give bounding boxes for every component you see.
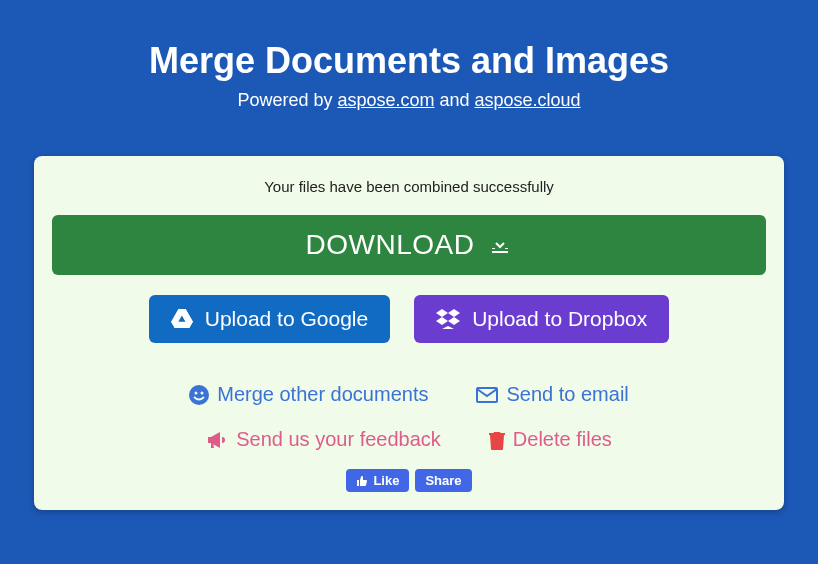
smile-icon — [189, 385, 209, 405]
envelope-icon — [476, 387, 498, 403]
merge-other-label: Merge other documents — [217, 383, 428, 406]
svg-point-1 — [195, 391, 198, 394]
merge-other-link[interactable]: Merge other documents — [189, 383, 428, 406]
google-drive-icon — [171, 309, 193, 329]
download-label: DOWNLOAD — [306, 229, 475, 261]
svg-point-2 — [201, 391, 204, 394]
bullhorn-icon — [206, 430, 228, 450]
links-row-1: Merge other documents Send to email — [52, 383, 766, 406]
links-row-2: Send us your feedback Delete files — [52, 428, 766, 451]
download-icon — [488, 233, 512, 257]
link-aspose-cloud[interactable]: aspose.cloud — [475, 90, 581, 110]
fb-like-button[interactable]: Like — [346, 469, 409, 492]
send-email-link[interactable]: Send to email — [476, 383, 628, 406]
fb-like-label: Like — [373, 473, 399, 488]
upload-dropbox-button[interactable]: Upload to Dropbox — [414, 295, 669, 343]
upload-row: Upload to Google Upload to Dropbox — [52, 295, 766, 343]
feedback-label: Send us your feedback — [236, 428, 441, 451]
svg-point-0 — [189, 385, 209, 405]
fb-share-button[interactable]: Share — [415, 469, 471, 492]
result-card: Your files have been combined successful… — [34, 156, 784, 510]
upload-dropbox-label: Upload to Dropbox — [472, 307, 647, 331]
upload-google-button[interactable]: Upload to Google — [149, 295, 390, 343]
page-subtitle: Powered by aspose.com and aspose.cloud — [0, 90, 818, 111]
link-aspose-com[interactable]: aspose.com — [337, 90, 434, 110]
feedback-link[interactable]: Send us your feedback — [206, 428, 441, 451]
trash-icon — [489, 430, 505, 450]
upload-google-label: Upload to Google — [205, 307, 368, 331]
powered-prefix: Powered by — [237, 90, 337, 110]
fb-share-label: Share — [425, 473, 461, 488]
page-title: Merge Documents and Images — [0, 40, 818, 82]
social-row: Like Share — [52, 469, 766, 492]
thumbs-up-icon — [356, 475, 368, 487]
status-message: Your files have been combined successful… — [52, 178, 766, 195]
delete-files-label: Delete files — [513, 428, 612, 451]
download-button[interactable]: DOWNLOAD — [52, 215, 766, 275]
and-text: and — [435, 90, 475, 110]
send-email-label: Send to email — [506, 383, 628, 406]
page-header: Merge Documents and Images Powered by as… — [0, 40, 818, 111]
delete-files-link[interactable]: Delete files — [489, 428, 612, 451]
dropbox-icon — [436, 309, 460, 329]
